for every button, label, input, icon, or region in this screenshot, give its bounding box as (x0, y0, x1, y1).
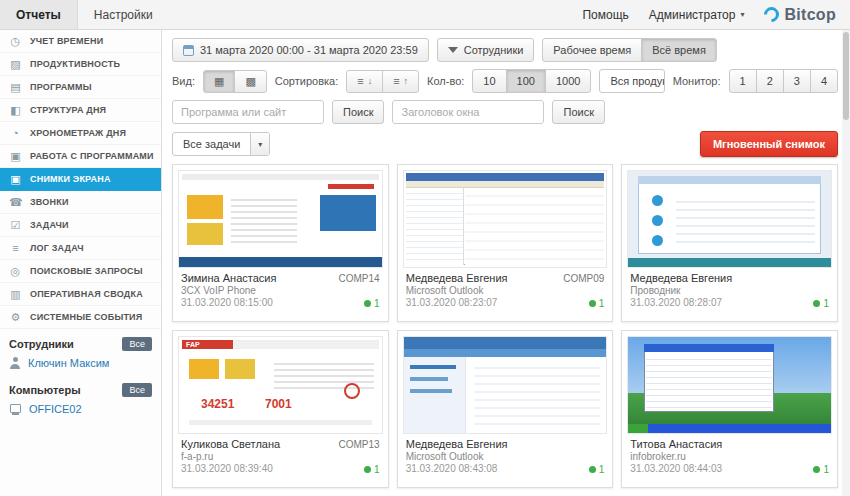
online-dot-icon (589, 300, 596, 307)
work-time-button[interactable]: Рабочее время (542, 38, 642, 62)
screenshot-card[interactable]: Титова Анастасия infobroker.ru 31.03.202… (621, 330, 838, 488)
window-title-search-button[interactable]: Поиск (552, 100, 604, 124)
clock-icon: ◷ (9, 36, 22, 47)
employees-header-label: Сотрудники (9, 338, 74, 350)
counter-number: 34251 (201, 397, 234, 411)
sidebar-item-search-queries[interactable]: ◎ ПОИСКОВЫЕ ЗАПРОСЫ (0, 260, 161, 283)
gear-icon: ⚙ (9, 312, 22, 323)
calendar-icon (183, 45, 194, 56)
program-search-button[interactable]: Поиск (332, 100, 384, 124)
employee-name: Медведева Евгения (406, 438, 605, 450)
employee-item[interactable]: Ключин Максим (0, 355, 161, 375)
screenshot-thumbnail[interactable]: FAP 34251 7001 (178, 336, 383, 434)
sidebar-item-label: СИСТЕМНЫЕ СОБЫТИЯ (30, 312, 142, 322)
sidebar-item-program-activity[interactable]: ▣ РАБОТА С ПРОГРАММАМИ (0, 145, 161, 168)
screenshot-thumbnail[interactable] (403, 336, 608, 434)
screenshot-datetime: 31.03.2020 08:28:07 (630, 297, 829, 308)
screenshot-card[interactable]: FAP 34251 7001 Куликова Светлана f-a-p.r… (172, 330, 389, 488)
monitor-4-button[interactable]: 4 (810, 69, 838, 93)
tab-settings[interactable]: Настройки (78, 0, 169, 29)
count-10-button[interactable]: 10 (472, 69, 506, 93)
decor (474, 361, 601, 427)
screenshot-card[interactable]: Зимина Анастасия 3CX VoIP Phone 31.03.20… (172, 164, 389, 322)
admin-menu[interactable]: Администратор ▾ (649, 8, 745, 22)
tasks-select-value: Все задачи (173, 133, 250, 155)
sidebar-item-time-tracking[interactable]: ◷ УЧЕТ ВРЕМЕНИ (0, 30, 161, 53)
decor (410, 365, 456, 369)
date-range-label: 31 марта 2020 00:00 - 31 марта 2020 23:5… (200, 44, 418, 56)
decor (225, 359, 255, 379)
online-dot-icon (364, 300, 371, 307)
computer-link[interactable]: OFFICE02 (29, 403, 82, 415)
screenshot-datetime: 31.03.2020 08:15:00 (181, 297, 380, 308)
sidebar-item-programs[interactable]: ▤ ПРОГРАММЫ (0, 76, 161, 99)
screenshot-card[interactable]: Медведева Евгения Microsoft Outlook 31.0… (397, 330, 614, 488)
sidebar-item-label: ХРОНОМЕТРАЖ ДНЯ (30, 128, 126, 138)
online-dot-icon (589, 466, 596, 473)
count-toggle: 10 100 1000 (472, 69, 591, 93)
brand-logo: Bitcop (764, 6, 836, 24)
employees-filter-button[interactable]: Сотрудники (437, 38, 535, 62)
sidebar-item-productivity[interactable]: ▨ ПРОДУКТИВНОСТЬ (0, 53, 161, 76)
monitor-3-button[interactable]: 3 (783, 69, 811, 93)
filter-icon (448, 47, 458, 53)
sidebar-item-label: ПОИСКОВЫЕ ЗАПРОСЫ (30, 266, 143, 276)
sidebar-item-tasks[interactable]: ☑ ЗАДАЧИ (0, 214, 161, 237)
employee-name: Титова Анастасия (630, 438, 829, 450)
tasks-select[interactable]: Все задачи ▾ (172, 132, 270, 156)
screenshot-thumbnail[interactable] (403, 170, 608, 268)
card-caption: Зимина Анастасия 3CX VoIP Phone 31.03.20… (173, 270, 388, 312)
screenshot-card[interactable]: Медведева Евгения Microsoft Outlook 31.0… (397, 164, 614, 322)
structure-icon: ◧ (9, 105, 22, 116)
count-1000-button[interactable]: 1000 (545, 69, 591, 93)
user-icon (9, 357, 21, 369)
decor (182, 174, 379, 180)
card-caption: Медведева Евгения Microsoft Outlook 31.0… (398, 270, 613, 312)
window-title-search-input[interactable] (392, 100, 544, 124)
computers-header-label: Компьютеры (9, 384, 81, 396)
date-range-button[interactable]: 31 марта 2020 00:00 - 31 марта 2020 23:5… (172, 38, 429, 62)
scrollbar-thumb[interactable] (843, 32, 849, 120)
count-100-button[interactable]: 100 (506, 69, 546, 93)
tab-reports[interactable]: Отчеты (0, 0, 78, 29)
sort-asc-button[interactable]: ≡↓ (346, 70, 383, 93)
screenshot-card[interactable]: Медведева Евгения Проводник 31.03.2020 0… (621, 164, 838, 322)
view-grid-small-button[interactable]: ▩ (234, 70, 266, 93)
computers-all-badge[interactable]: Все (122, 383, 152, 397)
computer-icon (9, 404, 22, 415)
employees-all-badge[interactable]: Все (122, 337, 152, 351)
sidebar-item-day-structure[interactable]: ◧ СТРУКТУРА ДНЯ (0, 99, 161, 122)
screenshot-count: 1 (364, 298, 380, 309)
employee-link[interactable]: Ключин Максим (28, 357, 109, 369)
site-logo-text: FAP (186, 341, 200, 348)
sidebar-item-screenshots[interactable]: ▣ СНИМКИ ЭКРАНА (0, 168, 161, 191)
monitor-1-button[interactable]: 1 (729, 69, 757, 93)
sidebar-item-task-log[interactable]: ≡ ЛОГ ЗАДАЧ (0, 237, 161, 260)
screenshot-thumbnail[interactable] (627, 170, 832, 268)
instant-snapshot-button[interactable]: Мгновенный снимок (700, 131, 838, 157)
program-search-input[interactable] (172, 100, 324, 124)
computer-item[interactable]: OFFICE02 (0, 401, 161, 421)
all-time-button[interactable]: Всё время (641, 38, 717, 62)
screenshot-thumbnail[interactable] (627, 336, 832, 434)
view-grid-large-button[interactable]: ▦ (203, 70, 235, 93)
decor (406, 181, 605, 188)
productivity-select[interactable]: Вся продуктивность ▾ (599, 69, 664, 93)
decor (187, 223, 223, 245)
monitor-2-button[interactable]: 2 (756, 69, 784, 93)
screenshot-datetime: 31.03.2020 08:39:40 (181, 463, 380, 474)
card-caption: Медведева Евгения Проводник 31.03.2020 0… (622, 270, 837, 312)
computer-name: COMP09 (563, 273, 604, 284)
sidebar-item-day-timing[interactable]: ◔ ХРОНОМЕТРАЖ ДНЯ (0, 122, 161, 145)
screenshot-thumbnail[interactable] (178, 170, 383, 268)
decor (410, 377, 448, 381)
sort-desc-button[interactable]: ≡↑ (382, 70, 419, 93)
help-link[interactable]: Помощь (582, 8, 628, 22)
sidebar-item-calls[interactable]: ☎ ЗВОНКИ (0, 191, 161, 214)
sort-asc-icon: ≡ (357, 76, 363, 87)
toolbar-row-4: Все задачи ▾ Мгновенный снимок (172, 131, 838, 157)
vertical-scrollbar[interactable] (842, 30, 850, 496)
sidebar-item-system-events[interactable]: ⚙ СИСТЕМНЫЕ СОБЫТИЯ (0, 306, 161, 329)
sidebar-item-operational-summary[interactable]: ▥ ОПЕРАТИВНАЯ СВОДКА (0, 283, 161, 306)
online-dot-icon (813, 466, 820, 473)
